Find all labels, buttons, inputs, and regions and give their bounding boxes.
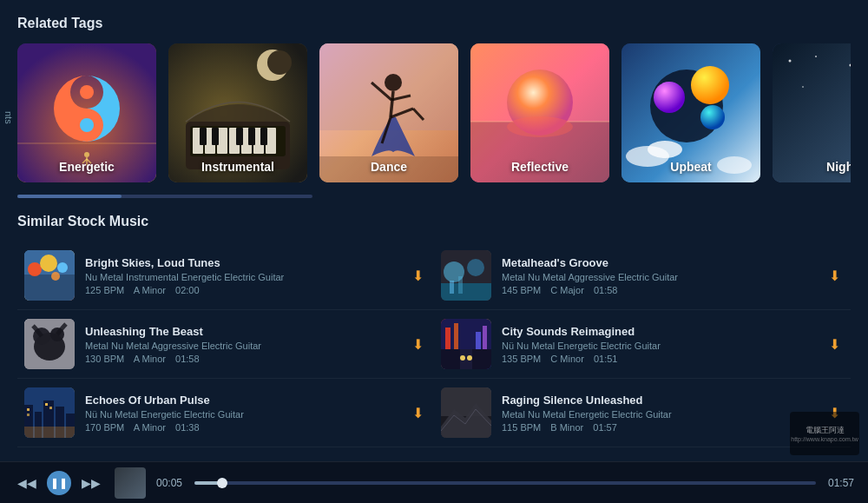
- music-info-unleashing-beast: Unleashing The Beast Metal Nu Metal Aggr…: [85, 325, 398, 364]
- svg-rect-66: [450, 281, 454, 294]
- similar-music-title: Similar Stock Music: [17, 214, 851, 229]
- music-thumb-bright-skies: [24, 250, 75, 301]
- svg-point-47: [654, 82, 685, 113]
- svg-rect-77: [454, 323, 458, 349]
- music-meta-unleashing-beast: 130 BPM A Minor 01:58: [85, 354, 398, 364]
- related-tags-section: Related Tags: [17, 16, 851, 198]
- music-info-bright-skies: Bright Skies, Loud Tunes Nu Metal Instru…: [85, 256, 398, 295]
- svg-rect-22: [212, 128, 219, 145]
- svg-point-3: [80, 85, 94, 99]
- download-btn-city-sounds[interactable]: ⬇: [825, 333, 844, 356]
- download-btn-echoes-urban[interactable]: ⬇: [409, 401, 427, 425]
- svg-point-40: [507, 116, 573, 137]
- tag-label-instrumental: Instrumental: [168, 160, 307, 174]
- music-title-echoes-urban: Echoes Of Urban Pulse: [85, 394, 398, 407]
- tag-label-dance: Dance: [319, 160, 458, 174]
- music-info-metalheads-groove: Metalhead's Groove Metal Nu Metal Aggres…: [502, 256, 815, 295]
- music-tags-unleashing-beast: Metal Nu Metal Aggressive Electric Guita…: [85, 341, 398, 351]
- player-time-total: 01:57: [826, 477, 854, 489]
- download-btn-metalheads-groove[interactable]: ⬇: [825, 264, 844, 288]
- svg-point-29: [385, 74, 402, 91]
- music-tags-bright-skies: Nu Metal Instrumental Energetic Electric…: [85, 272, 398, 282]
- related-tags-title: Related Tags: [17, 16, 851, 31]
- svg-point-50: [789, 60, 792, 63]
- music-thumb-raging-silence: [441, 387, 491, 438]
- svg-point-4: [80, 118, 94, 132]
- svg-rect-23: [236, 128, 243, 145]
- music-meta-city-sounds: 135 BPM C Minor 01:51: [502, 354, 815, 364]
- music-item-unleashing-beast[interactable]: Unleashing The Beast Metal Nu Metal Aggr…: [17, 310, 434, 379]
- music-title-metalheads-groove: Metalhead's Groove: [502, 256, 815, 269]
- svg-rect-67: [458, 276, 463, 294]
- svg-point-59: [40, 255, 57, 272]
- next-next-button[interactable]: ▶▶: [78, 474, 104, 492]
- svg-point-61: [51, 272, 60, 281]
- svg-rect-92: [24, 427, 75, 438]
- svg-rect-90: [45, 403, 48, 406]
- svg-rect-91: [49, 407, 52, 409]
- music-item-city-sounds[interactable]: City Sounds Reimagined Nü Nu Metal Energ…: [434, 310, 851, 379]
- music-title-raging-silence: Raging Silence Unleashed: [502, 394, 815, 407]
- music-meta-echoes-urban: 170 BPM A Minor 01:38: [85, 422, 398, 433]
- tag-card-instrumental[interactable]: Instrumental: [168, 43, 307, 182]
- svg-rect-57: [24, 275, 75, 301]
- music-info-city-sounds: City Sounds Reimagined Nü Nu Metal Energ…: [502, 325, 815, 364]
- music-tags-city-sounds: Nü Nu Metal Energetic Electric Guitar: [502, 341, 815, 351]
- music-meta-raging-silence: 115 BPM B Minor 01:57: [502, 422, 815, 433]
- svg-rect-63: [441, 283, 491, 301]
- music-title-bright-skies: Bright Skies, Loud Tunes: [85, 256, 398, 269]
- svg-point-60: [57, 262, 68, 273]
- tag-card-night[interactable]: Night: [773, 43, 851, 182]
- prev-prev-button[interactable]: ◀◀: [14, 474, 40, 492]
- svg-rect-25: [260, 128, 267, 145]
- svg-rect-78: [476, 332, 481, 349]
- tags-scroll-container[interactable]: Energetic: [17, 43, 851, 198]
- music-tags-echoes-urban: Nü Nu Metal Energetic Electric Guitar: [85, 409, 398, 420]
- svg-point-51: [815, 56, 817, 57]
- tag-label-energetic: Energetic: [17, 160, 156, 174]
- tag-card-upbeat[interactable]: Upbeat: [621, 43, 760, 182]
- music-thumb-city-sounds: [441, 319, 491, 369]
- pause-button[interactable]: ❚❚: [47, 471, 71, 495]
- tag-card-energetic[interactable]: Energetic: [17, 43, 156, 182]
- tag-label-upbeat: Upbeat: [621, 160, 760, 174]
- svg-rect-79: [483, 326, 487, 349]
- tags-scrollbar-track[interactable]: [17, 195, 312, 198]
- player-progress-thumb[interactable]: [217, 478, 227, 488]
- music-item-echoes-urban[interactable]: Echoes Of Urban Pulse Nü Nu Metal Energe…: [17, 379, 434, 447]
- svg-rect-88: [27, 408, 30, 411]
- download-btn-unleashing-beast[interactable]: ⬇: [409, 333, 427, 356]
- tags-row: Energetic: [17, 43, 851, 189]
- tag-label-reflective: Reflective: [470, 160, 609, 174]
- svg-point-65: [467, 259, 484, 276]
- left-nav-hint: nts: [0, 104, 17, 131]
- svg-point-81: [467, 355, 472, 361]
- music-grid: Bright Skies, Loud Tunes Nu Metal Instru…: [17, 242, 851, 447]
- music-info-echoes-urban: Echoes Of Urban Pulse Nü Nu Metal Energe…: [85, 394, 398, 433]
- svg-rect-21: [200, 128, 207, 145]
- similar-music-section: Similar Stock Music Bright Skies, Loud T…: [17, 214, 851, 447]
- svg-point-55: [802, 86, 804, 88]
- player-bar: ◀◀ ❚❚ ▶▶ 00:05 01:57: [0, 461, 868, 503]
- music-title-unleashing-beast: Unleashing The Beast: [85, 325, 398, 338]
- player-thumbnail: [115, 467, 146, 499]
- svg-point-43: [648, 141, 682, 158]
- music-info-raging-silence: Raging Silence Unleashed Metal Nu Metal …: [502, 394, 815, 433]
- music-tags-raging-silence: Metal Nu Metal Energetic Electric Guitar: [502, 409, 815, 420]
- svg-rect-76: [445, 328, 450, 349]
- music-thumb-echoes-urban: [24, 387, 75, 438]
- music-item-metalheads-groove[interactable]: Metalhead's Groove Metal Nu Metal Aggres…: [434, 242, 851, 310]
- music-item-bright-skies[interactable]: Bright Skies, Loud Tunes Nu Metal Instru…: [17, 242, 434, 310]
- svg-point-80: [460, 355, 465, 361]
- tag-card-dance[interactable]: Dance: [319, 43, 458, 182]
- download-btn-bright-skies[interactable]: ⬇: [409, 264, 427, 288]
- tag-label-night: Night: [773, 160, 851, 174]
- music-meta-bright-skies: 125 BPM A Minor 02:00: [85, 285, 398, 295]
- music-item-raging-silence[interactable]: Raging Silence Unleashed Metal Nu Metal …: [434, 379, 851, 447]
- svg-point-58: [28, 262, 42, 276]
- svg-point-48: [700, 105, 725, 129]
- player-progress-track[interactable]: [194, 481, 816, 485]
- music-title-city-sounds: City Sounds Reimagined: [502, 325, 815, 338]
- tag-card-reflective[interactable]: Reflective: [470, 43, 609, 182]
- player-controls: ◀◀ ❚❚ ▶▶: [14, 471, 104, 495]
